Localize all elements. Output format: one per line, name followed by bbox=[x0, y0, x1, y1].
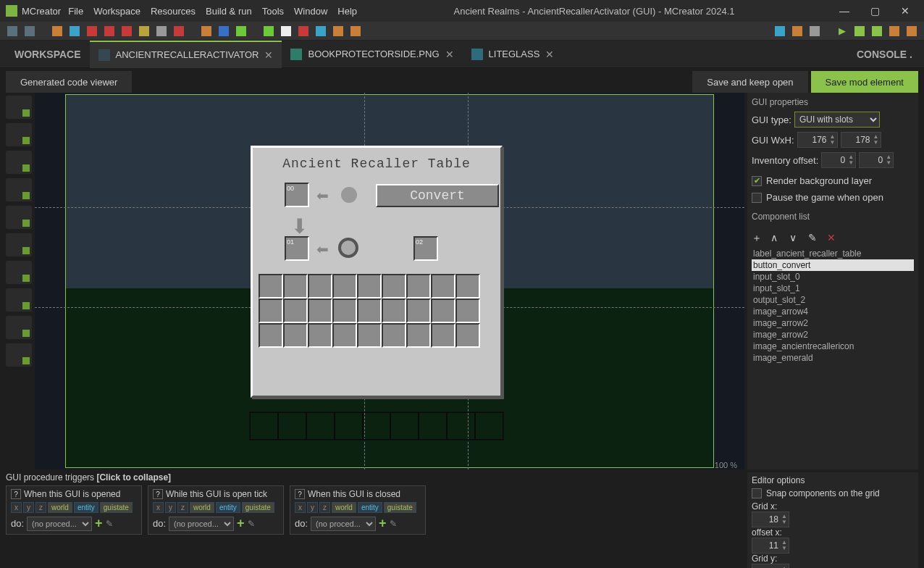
component-item[interactable]: image_arrow2 bbox=[752, 329, 914, 341]
inventory-slot[interactable] bbox=[406, 323, 431, 348]
procedure-select[interactable]: (no proced... bbox=[169, 517, 234, 531]
run-server-icon[interactable] bbox=[870, 25, 883, 38]
edit-procedure-icon[interactable]: ✎ bbox=[390, 519, 397, 529]
component-item[interactable]: image_emerald bbox=[752, 352, 914, 364]
gui-width-input[interactable]: 176▲▼ bbox=[797, 132, 838, 148]
toolbar-icon-4[interactable] bbox=[68, 25, 81, 38]
toolbar-icon-15[interactable] bbox=[280, 25, 293, 38]
tab-liteglass[interactable]: LITEGLASS ✕ bbox=[463, 41, 563, 68]
component-item[interactable]: button_convert bbox=[752, 259, 914, 271]
save-keep-open-button[interactable]: Save and keep open bbox=[692, 71, 807, 93]
input-slot-1[interactable]: 01 bbox=[285, 236, 309, 261]
input-slot-0[interactable]: 00 bbox=[285, 183, 309, 207]
component-item[interactable]: image_arrow4 bbox=[752, 306, 914, 317]
pause-game-checkbox[interactable]: Pause the game when open bbox=[752, 192, 914, 203]
inventory-slot[interactable] bbox=[431, 298, 455, 323]
toolbar-icon-8[interactable] bbox=[138, 25, 151, 38]
maximize-button[interactable]: ▢ bbox=[862, 1, 888, 21]
close-icon[interactable]: ✕ bbox=[545, 49, 554, 60]
output-slot-2[interactable]: 02 bbox=[413, 236, 438, 261]
gui-height-input[interactable]: 178▲▼ bbox=[841, 132, 881, 148]
inventory-slot[interactable] bbox=[308, 274, 332, 298]
tool-imagebutton[interactable] bbox=[6, 178, 32, 201]
toolbar-icon-3[interactable] bbox=[51, 25, 64, 38]
toolbar-icon-6[interactable] bbox=[103, 25, 116, 38]
help-icon[interactable]: ? bbox=[295, 489, 305, 499]
edit-component-icon[interactable]: ✎ bbox=[808, 232, 821, 245]
toolbar-right-2[interactable] bbox=[791, 25, 804, 38]
procedure-select[interactable]: (no proced... bbox=[27, 517, 92, 531]
tool-inputslot[interactable] bbox=[6, 316, 32, 339]
inventory-slot[interactable] bbox=[382, 298, 406, 323]
inventory-slot[interactable] bbox=[357, 298, 382, 323]
inv-offset-x-input[interactable]: 0▲▼ bbox=[821, 152, 856, 168]
inventory-slot[interactable] bbox=[259, 274, 283, 298]
tool-text[interactable] bbox=[6, 96, 32, 119]
add-component-icon[interactable]: ＋ bbox=[752, 232, 765, 245]
workspace-tab[interactable]: WORKSPACE bbox=[6, 49, 90, 60]
toolbar-icon-16[interactable] bbox=[297, 25, 310, 38]
tab-bookprotectorside[interactable]: BOOKPROTECTORSIDE.PNG ✕ bbox=[282, 41, 462, 68]
toolbar-icon-5[interactable] bbox=[85, 25, 98, 38]
toolbar-icon-9[interactable] bbox=[155, 25, 168, 38]
tool-checkbox[interactable] bbox=[6, 206, 32, 229]
run-client-icon[interactable] bbox=[853, 25, 866, 38]
generated-code-viewer-button[interactable]: Generated code viewer bbox=[6, 71, 132, 93]
menu-file[interactable]: File bbox=[68, 6, 83, 17]
component-item[interactable]: input_slot_0 bbox=[752, 271, 914, 283]
add-procedure-icon[interactable]: + bbox=[95, 516, 103, 531]
inventory-slot[interactable] bbox=[308, 298, 332, 323]
grid-y-input[interactable]: 18▲▼ bbox=[752, 564, 789, 568]
toolbar-icon-10[interactable] bbox=[172, 25, 185, 38]
inventory-slot[interactable] bbox=[283, 274, 308, 298]
close-icon[interactable]: ✕ bbox=[264, 49, 273, 61]
inventory-slot[interactable] bbox=[332, 298, 357, 323]
inventory-slot[interactable] bbox=[357, 274, 382, 298]
menu-resources[interactable]: Resources bbox=[151, 6, 196, 17]
menu-workspace[interactable]: Workspace bbox=[93, 6, 140, 17]
toolbar-icon-14[interactable] bbox=[262, 25, 275, 38]
add-procedure-icon[interactable]: + bbox=[237, 516, 245, 531]
toolbar-right-3[interactable] bbox=[808, 25, 821, 38]
inventory-slot[interactable] bbox=[332, 274, 357, 298]
snap-checkbox[interactable]: Snap components on the grid bbox=[752, 488, 914, 498]
convert-button[interactable]: Convert bbox=[376, 184, 499, 207]
inventory-slot[interactable] bbox=[406, 274, 431, 298]
toolbar-right-1[interactable] bbox=[773, 25, 786, 38]
offset-x-input[interactable]: 11▲▼ bbox=[752, 538, 789, 554]
inventory-slot[interactable] bbox=[382, 274, 406, 298]
component-item[interactable]: image_ancientrecallericon bbox=[752, 341, 914, 352]
component-item[interactable]: output_slot_2 bbox=[752, 294, 914, 306]
tool-button[interactable] bbox=[6, 151, 32, 174]
move-up-icon[interactable]: ∧ bbox=[770, 232, 784, 245]
edit-procedure-icon[interactable]: ✎ bbox=[106, 519, 113, 529]
gui-type-select[interactable]: GUI with slots bbox=[794, 112, 880, 128]
inventory-slot[interactable] bbox=[406, 298, 431, 323]
move-down-icon[interactable]: ∨ bbox=[789, 232, 802, 245]
minimize-button[interactable]: — bbox=[831, 1, 857, 21]
delete-component-icon[interactable]: ✕ bbox=[827, 232, 840, 245]
procedure-select[interactable]: (no proced... bbox=[311, 517, 376, 531]
triggers-header[interactable]: GUI procedure triggers [Click to collaps… bbox=[6, 472, 742, 483]
toolbar-icon-18[interactable] bbox=[332, 25, 345, 38]
edit-procedure-icon[interactable]: ✎ bbox=[248, 519, 255, 529]
toolbar-icon-12[interactable] bbox=[217, 25, 230, 38]
toolbar-icon-1[interactable] bbox=[6, 25, 19, 38]
save-mod-element-button[interactable]: Save mod element bbox=[811, 71, 918, 93]
inventory-slot[interactable] bbox=[431, 274, 455, 298]
menu-window[interactable]: Window bbox=[294, 6, 327, 17]
package-icon[interactable] bbox=[905, 25, 918, 38]
inventory-slot[interactable] bbox=[259, 323, 283, 348]
toolbar-icon-13[interactable] bbox=[235, 25, 248, 38]
menu-build-run[interactable]: Build & run bbox=[206, 6, 252, 17]
close-button[interactable]: ✕ bbox=[892, 1, 918, 21]
inventory-slot[interactable] bbox=[455, 274, 480, 298]
add-procedure-icon[interactable]: + bbox=[379, 516, 387, 531]
inventory-slot[interactable] bbox=[382, 323, 406, 348]
close-icon[interactable]: ✕ bbox=[445, 49, 454, 60]
component-item[interactable]: label_ancient_recaller_table bbox=[752, 248, 914, 259]
console-tab[interactable]: CONSOLE . bbox=[857, 49, 918, 60]
tool-entitymodel[interactable] bbox=[6, 288, 32, 312]
inventory-slot[interactable] bbox=[455, 298, 480, 323]
inventory-slot[interactable] bbox=[259, 298, 283, 323]
